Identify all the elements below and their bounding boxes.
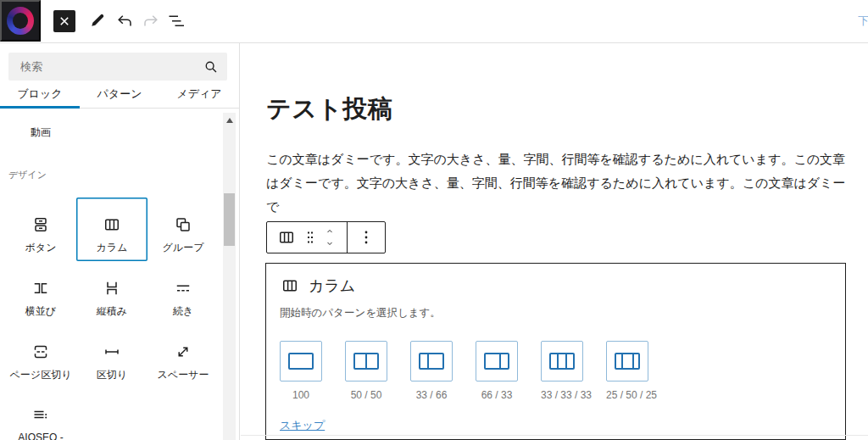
block-list: 動画 デザイン ボタンカラムグループ横並び縦積み続きページ区切り区切りスペーサー… [0, 113, 223, 440]
buttons-icon [31, 214, 51, 235]
redo-button[interactable] [141, 11, 161, 31]
search-icon [202, 58, 220, 76]
block-item-label: AIOSEO - [18, 432, 63, 440]
close-icon [54, 11, 75, 31]
block-item-label: 横並び [25, 304, 56, 319]
block-toolbar-group [267, 222, 347, 253]
inserter-tab-0[interactable]: ブロック [0, 81, 80, 108]
redo-icon [141, 11, 161, 31]
block-item-group[interactable]: グループ [147, 198, 219, 261]
block-item-spacer[interactable]: スペーサー [147, 325, 219, 388]
variation-item: 33 / 33 / 33 [541, 341, 583, 401]
save-draft-link-partial[interactable]: 下書き保存 [858, 14, 868, 29]
variation-label: 33 / 33 / 33 [541, 389, 583, 401]
columns-block-placeholder: カラム 開始時のパターンを選択します。 10050 / 5033 / 6666 … [265, 263, 846, 440]
chevron-up-icon [321, 225, 338, 237]
block-item-columns[interactable]: カラム [76, 198, 147, 261]
variation-33-66-button[interactable] [410, 341, 453, 382]
chevron-down-icon [321, 237, 338, 250]
move-up-button[interactable] [320, 225, 340, 237]
variation-label: 66 / 33 [476, 389, 518, 401]
list-view-icon [166, 11, 186, 31]
move-down-button[interactable] [320, 237, 340, 250]
variation-25-50-25-button[interactable] [606, 341, 648, 382]
columns-icon [280, 276, 300, 296]
inserter-tab-2[interactable]: メディア [159, 81, 239, 108]
variation-label: 33 / 66 [410, 389, 453, 401]
block-toolbar-options-group [348, 222, 385, 253]
block-item-buttons[interactable]: ボタン [5, 198, 76, 261]
columns-layout-icon [615, 353, 640, 370]
site-icon-button[interactable] [0, 0, 41, 42]
spacer-icon [173, 342, 193, 362]
block-item-stack[interactable]: 縦積み [76, 261, 147, 325]
block-item-page-break[interactable]: ページ区切り [5, 325, 76, 388]
columns-layout-icon [419, 353, 444, 370]
block-toolbar [266, 221, 386, 253]
design-block-grid: ボタンカラムグループ横並び縦積み続きページ区切り区切りスペーサーAIOSEO - [0, 198, 223, 440]
variation-label: 25 / 50 / 25 [606, 389, 648, 401]
row-icon [31, 278, 51, 298]
block-item-label: ページ区切り [10, 368, 72, 382]
close-inserter-button[interactable] [53, 10, 75, 32]
block-item-row[interactable]: 横並び [5, 261, 76, 325]
undo-icon [114, 11, 135, 31]
variation-66-33-button[interactable] [476, 341, 518, 382]
columns-layout-icon [484, 353, 509, 370]
pencil-icon [86, 11, 107, 31]
post-title[interactable]: テスト投稿 [266, 92, 868, 126]
columns-icon [102, 214, 122, 235]
inserter-tabs: ブロックパターンメディア [0, 81, 239, 109]
placeholder-header: カラム [280, 276, 832, 296]
variation-item: 100 [280, 341, 322, 401]
block-item-label: 縦積み [97, 304, 127, 319]
skip-link[interactable]: スキップ [280, 418, 325, 433]
stack-icon [102, 278, 122, 298]
site-logo-icon [7, 7, 34, 35]
variation-item: 25 / 50 / 25 [606, 341, 648, 401]
drag-handle[interactable] [301, 222, 320, 253]
columns-icon [276, 227, 297, 248]
scroll-up-arrow-icon[interactable] [226, 118, 233, 123]
page-break-icon [31, 342, 51, 362]
block-item-more[interactable]: 続き [147, 261, 219, 325]
variation-label: 50 / 50 [345, 389, 387, 401]
variation-100-button[interactable] [280, 341, 322, 382]
block-item-label: スペーサー [158, 368, 209, 382]
separator-icon [102, 342, 122, 362]
edit-mode-button[interactable] [86, 11, 107, 31]
block-item-label: 続き [173, 304, 193, 319]
block-item-label: 区切り [97, 368, 127, 382]
search-box [8, 53, 227, 81]
list-view-button[interactable] [166, 11, 186, 31]
variation-item: 33 / 66 [410, 341, 453, 401]
variation-item: 50 / 50 [345, 341, 387, 401]
block-item-label: グループ [163, 241, 204, 255]
aioseo-icon [31, 405, 51, 426]
options-button[interactable] [353, 222, 380, 253]
block-item-label: ボタン [25, 241, 57, 255]
block-item-separator[interactable]: 区切り [76, 325, 147, 388]
group-icon [173, 214, 193, 235]
variation-label: 100 [280, 389, 322, 401]
next-block-divider [241, 435, 868, 436]
columns-layout-icon [353, 353, 379, 370]
undo-button[interactable] [114, 11, 135, 31]
variation-33-33-33-button[interactable] [541, 341, 583, 382]
block-type-button[interactable] [272, 222, 301, 253]
block-item-video[interactable]: 動画 [5, 125, 76, 140]
post-paragraph[interactable]: この文章はダミーです。文字の大きさ、量、字間、行間等を確認するために入れています… [266, 148, 851, 219]
search-input[interactable] [19, 59, 202, 74]
variation-50-50-button[interactable] [345, 341, 387, 382]
column-variations: 10050 / 5033 / 6666 / 3333 / 33 / 3325 /… [280, 341, 832, 401]
columns-layout-icon [549, 353, 575, 370]
editor-canvas: テスト投稿 この文章はダミーです。文字の大きさ、量、字間、行間等を確認するために… [241, 42, 868, 440]
inserter-tab-1[interactable]: パターン [80, 81, 159, 108]
block-inserter-sidebar: ブロックパターンメディア 動画 デザイン ボタンカラムグループ横並び縦積み続きペ… [0, 42, 240, 440]
sidebar-scrollbar[interactable] [223, 113, 236, 440]
editor-topbar: 下書き保存 [0, 0, 868, 43]
block-item-aioseo[interactable]: AIOSEO - [5, 388, 76, 440]
scrollbar-thumb[interactable] [224, 193, 235, 246]
block-item-label: カラム [97, 241, 128, 255]
placeholder-description: 開始時のパターンを選択します。 [280, 306, 832, 320]
